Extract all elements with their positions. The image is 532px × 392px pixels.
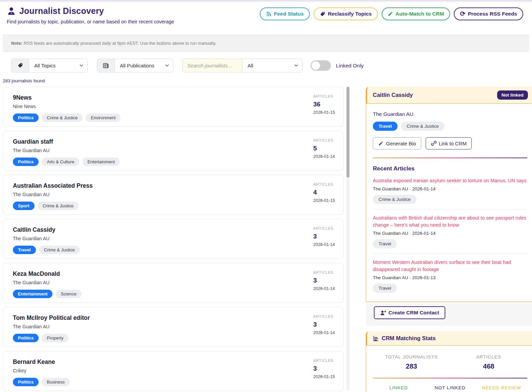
journalist-card[interactable]: 9News Nine News Politics Crime & Justice…	[3, 87, 344, 127]
process-rss-label: Process RSS Feeds	[468, 11, 517, 17]
top-shadow-strip	[0, 0, 532, 3]
recent-article: Australians with British dual citizenshi…	[373, 209, 527, 248]
linked-only-label: Linked Only	[336, 63, 364, 69]
topic-tag: Politics	[13, 158, 39, 166]
linked-only-toggle[interactable]	[311, 60, 331, 71]
topic-tag: Crime & Justice	[401, 122, 445, 131]
article-meta: The Guardian AU · 2026-01-14	[373, 186, 527, 191]
stats-body: TOTAL JOURNALISTS 283 ARTICLES 468 LINKE…	[366, 345, 532, 392]
topic-tag: Politics	[13, 334, 39, 342]
pencil-icon	[378, 141, 383, 146]
feed-status-button[interactable]: Feed Status	[260, 7, 310, 20]
topic-tag: Travel	[13, 246, 36, 254]
filter-bar: All Topics All Publications All Linked O…	[11, 59, 532, 73]
stats-title: CRM Matching Stats	[382, 335, 436, 342]
journalist-card[interactable]: Australian Associated Press The Guardian…	[3, 175, 344, 215]
stat-value: 468	[450, 363, 527, 370]
journalist-name: Guardian staff	[13, 138, 120, 145]
note-label: Note:	[11, 41, 22, 46]
articles-count: 3	[313, 233, 335, 240]
journalist-publication: The Guardian AU	[13, 148, 120, 153]
toggle-knob	[312, 61, 320, 70]
topic-tag: Crime & Justice	[42, 114, 83, 122]
stat-label: LINKED	[373, 385, 424, 390]
stat-value: 283	[373, 363, 450, 370]
stat-label: ARTICLES	[450, 354, 527, 359]
stat-articles: ARTICLES 468	[450, 354, 527, 370]
topic-tag: Entertainment	[82, 158, 120, 166]
topic-tag: Crime & Justice	[38, 202, 79, 210]
articles-count: 3	[313, 365, 335, 372]
journalist-publication: The Guardian AU	[13, 324, 90, 329]
journalist-name: Australian Associated Press	[13, 182, 93, 189]
stat-not-linked: NOT LINKED 283	[424, 385, 476, 392]
topic-tag: Crime & Justice	[39, 246, 80, 254]
note-text: RSS feeds are automatically processed da…	[22, 41, 216, 46]
articles-label: ARTICLES	[313, 358, 335, 363]
search-group: All	[182, 59, 302, 73]
latest-date: 2026-01-14	[313, 330, 335, 335]
topic-tag: Arts & Culture	[42, 158, 79, 166]
article-topic-tag: Crime & Justice	[373, 195, 417, 204]
articles-label: ARTICLES	[313, 314, 335, 318]
journalist-card[interactable]: Keza MacDonald The Guardian AU Entertain…	[3, 263, 344, 303]
journalist-name: Keza MacDonald	[13, 270, 82, 277]
auto-match-button[interactable]: Auto-Match to CRM	[382, 7, 450, 20]
journalist-card[interactable]: Guardian staff The Guardian AU Politics …	[3, 131, 344, 171]
header-actions: Feed Status Reclassify Topics Auto-Match…	[260, 7, 523, 20]
detail-body: The Guardian AU Travel Crime & Justice G…	[366, 103, 532, 302]
journalist-card[interactable]: Tom McIlroy Political editor The Guardia…	[3, 307, 344, 347]
scrollbar-thumb[interactable]	[346, 87, 349, 178]
link-status-badge: Not linked	[497, 90, 528, 100]
auto-match-label: Auto-Match to CRM	[396, 11, 444, 17]
journalist-card[interactable]: Caitlin Cassidy The Guardian AU Travel C…	[3, 219, 344, 259]
generate-bio-button[interactable]: Generate Bio	[373, 137, 421, 149]
bar-chart-icon	[373, 335, 379, 342]
stat-total-journalists: TOTAL JOURNALISTS 283	[373, 354, 450, 370]
tags-icon	[12, 59, 29, 72]
link-to-crm-button[interactable]: Link to CRM	[426, 137, 472, 149]
topic-tag: Environment	[86, 114, 121, 122]
gradient-divider	[373, 158, 527, 158]
articles-label: ARTICLES	[313, 226, 335, 230]
generate-bio-label: Generate Bio	[386, 141, 416, 146]
journalist-publication: The Guardian AU	[13, 192, 93, 197]
latest-date: 2026-01-14	[313, 286, 335, 291]
create-crm-contact-button[interactable]: Create CRM Contact	[374, 306, 445, 319]
stat-needs-review: NEEDS REVIEW 0	[476, 385, 527, 392]
stat-label: NOT LINKED	[424, 385, 476, 390]
journalist-publication: Crikey	[13, 368, 70, 373]
articles-label: ARTICLES	[313, 138, 335, 142]
create-crm-contact-label: Create CRM Contact	[388, 310, 439, 316]
publications-select[interactable]: All Publications	[115, 59, 173, 72]
results-count: 283 journalists found	[3, 78, 532, 83]
search-input[interactable]	[183, 59, 242, 72]
detail-journalist-name: Caitlin Cassidy	[373, 92, 413, 98]
journalist-icon	[7, 6, 16, 16]
article-topic-tag: Travel	[373, 239, 397, 248]
process-rss-button[interactable]: ⟳ Process RSS Feeds	[454, 7, 523, 20]
articles-label: ARTICLES	[313, 182, 335, 186]
reclassify-topics-label: Reclassify Topics	[328, 11, 372, 17]
topics-select[interactable]: All Topics	[29, 59, 87, 72]
link-icon	[431, 140, 437, 146]
person-plus-icon	[380, 310, 386, 316]
article-title-link[interactable]: Moment Western Australian divers surface…	[373, 259, 527, 273]
link-to-crm-label: Link to CRM	[439, 141, 467, 146]
articles-count: 5	[313, 145, 335, 152]
article-title-link[interactable]: Australia exposed Iranian asylum seeker …	[373, 177, 527, 184]
newspaper-icon	[97, 59, 115, 72]
refresh-icon: ⟳	[460, 12, 465, 16]
journalist-card[interactable]: Bernard Keane Crikey Politics Business A…	[3, 351, 344, 391]
reclassify-topics-button[interactable]: Reclassify Topics	[314, 7, 378, 20]
topic-tag: Property	[42, 334, 68, 342]
articles-count: 4	[313, 189, 335, 196]
topic-tag: Politics	[13, 378, 39, 386]
article-title-link[interactable]: Australians with British dual citizenshi…	[373, 214, 527, 229]
search-scope-select[interactable]: All	[242, 59, 302, 72]
recent-articles-heading: Recent Articles	[373, 165, 527, 172]
journalist-list: 9News Nine News Politics Crime & Justice…	[3, 87, 349, 391]
latest-date: 2026-01-15	[313, 110, 335, 115]
page-subtitle: Find journalists by topic, publication, …	[7, 19, 174, 24]
feed-status-label: Feed Status	[274, 11, 304, 17]
